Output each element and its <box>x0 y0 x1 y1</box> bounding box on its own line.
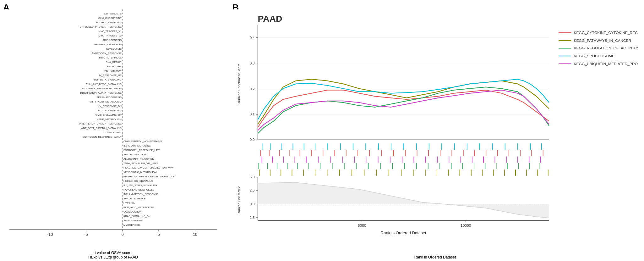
svg-rect-149 <box>492 143 493 150</box>
svg-text:-10: -10 <box>47 232 53 237</box>
svg-rect-220 <box>428 163 428 169</box>
svg-rect-243 <box>401 169 401 176</box>
svg-rect-137 <box>340 143 341 150</box>
svg-text:COMPLEMENT: COMPLEMENT <box>104 131 122 134</box>
svg-rect-197 <box>461 157 461 163</box>
svg-rect-254 <box>526 169 527 176</box>
svg-text:PROTEIN_SECRETION: PROTEIN_SECRETION <box>94 43 122 46</box>
svg-text:GLYCOLYSIS: GLYCOLYSIS <box>106 47 122 50</box>
svg-rect-164 <box>369 150 370 156</box>
svg-text:MYC_TARGETS_V2: MYC_TARGETS_V2 <box>98 34 122 37</box>
svg-rect-174 <box>486 150 486 156</box>
svg-rect-151 <box>517 143 518 150</box>
svg-rect-152 <box>530 143 531 150</box>
svg-text:5.0: 5.0 <box>250 175 254 179</box>
chart-a-container: -10 -5 0 5 10 E2F_TARGETSG2M_CHECKPOINTM… <box>3 9 223 242</box>
svg-rect-184 <box>306 157 307 163</box>
svg-rect-233 <box>281 169 281 176</box>
svg-rect-209 <box>297 163 298 169</box>
svg-text:OXIDATIVE_PHOSPHORYLATION: OXIDATIVE_PHOSPHORYLATION <box>82 87 122 90</box>
svg-rect-207 <box>277 163 277 169</box>
svg-text:HYPOXIA: HYPOXIA <box>123 202 135 204</box>
svg-rect-193 <box>413 157 414 163</box>
svg-rect-176 <box>509 150 509 156</box>
svg-text:UNFOLDED_PROTEIN_RESPONSE: UNFOLDED_PROTEIN_RESPONSE <box>80 25 122 28</box>
svg-rect-226 <box>496 163 497 169</box>
svg-rect-198 <box>472 157 472 163</box>
svg-rect-146 <box>454 143 455 150</box>
svg-rect-211 <box>320 163 320 169</box>
svg-rect-201 <box>506 157 507 163</box>
svg-rect-229 <box>529 163 530 169</box>
svg-rect-196 <box>449 157 449 163</box>
svg-rect-142 <box>403 143 404 150</box>
svg-rect-111 <box>232 9 638 242</box>
svg-rect-159 <box>311 150 312 156</box>
svg-text:KRAS_SIGNALING_DN: KRAS_SIGNALING_DN <box>123 215 150 218</box>
chart-b-svg: PAAD Running Enrichment Score 0.0 0.1 <box>232 9 638 242</box>
svg-text:5000: 5000 <box>358 223 366 228</box>
svg-rect-135 <box>315 143 315 150</box>
svg-text:KEGG_CYTOKINE_CYTOKINE_RECEPTO: KEGG_CYTOKINE_CYTOKINE_RECEPTOR_INTERACT… <box>574 31 638 35</box>
svg-rect-244 <box>413 169 413 176</box>
svg-rect-250 <box>482 169 483 176</box>
svg-rect-223 <box>462 163 463 169</box>
svg-rect-169 <box>428 150 429 156</box>
svg-rect-167 <box>405 150 406 156</box>
svg-rect-217 <box>392 163 393 169</box>
svg-text:G2M_CHECKPOINT: G2M_CHECKPOINT <box>98 17 122 19</box>
svg-text:0.3: 0.3 <box>250 61 254 65</box>
svg-text:EPITHELIAL_MESENCHYMAL_TRANSIT: EPITHELIAL_MESENCHYMAL_TRANSITION <box>123 175 175 178</box>
svg-rect-208 <box>287 163 287 169</box>
svg-text:SPERMATOGENESIS: SPERMATOGENESIS <box>96 96 122 99</box>
svg-rect-161 <box>335 150 335 156</box>
svg-text:IL2_STAT5_SIGNALING: IL2_STAT5_SIGNALING <box>123 144 151 147</box>
svg-text:-5: -5 <box>84 232 88 237</box>
svg-rect-246 <box>437 169 437 176</box>
svg-rect-205 <box>259 163 259 169</box>
svg-rect-133 <box>292 143 293 150</box>
svg-text:INTERFERON_GAMMA_RESPONSE: INTERFERON_GAMMA_RESPONSE <box>79 122 122 125</box>
svg-rect-150 <box>505 143 505 150</box>
svg-rect-172 <box>463 150 464 156</box>
svg-text:P53_PATHWAY: P53_PATHWAY <box>104 69 122 72</box>
svg-rect-181 <box>272 157 273 163</box>
svg-rect-190 <box>378 157 379 163</box>
svg-text:E2F_TARGETS: E2F_TARGETS <box>104 12 122 15</box>
svg-text:XENOBIOTIC_METABOLISM: XENOBIOTIC_METABOLISM <box>123 171 157 174</box>
svg-text:-2.5: -2.5 <box>248 216 254 219</box>
svg-text:MYOGENESIS: MYOGENESIS <box>123 224 140 226</box>
svg-text:ADIPOGENESIS: ADIPOGENESIS <box>103 39 122 42</box>
svg-rect-170 <box>440 150 440 156</box>
svg-rect-177 <box>520 150 521 156</box>
svg-rect-154 <box>260 150 261 156</box>
svg-text:0.4: 0.4 <box>250 36 254 40</box>
svg-rect-139 <box>365 143 366 150</box>
svg-rect-240 <box>364 169 364 176</box>
svg-rect-225 <box>485 163 485 169</box>
svg-text:0: 0 <box>121 232 123 237</box>
svg-text:ESTROGEN_RESPONSE_EARLY: ESTROGEN_RESPONSE_EARLY <box>83 136 122 138</box>
svg-rect-144 <box>429 143 429 150</box>
svg-rect-191 <box>390 157 390 163</box>
svg-rect-136 <box>327 143 328 150</box>
svg-rect-214 <box>356 163 357 169</box>
svg-text:CHOLESTEROL_HOMEOSTASIS: CHOLESTEROL_HOMEOSTASIS <box>123 140 162 143</box>
chart-b-container: PAAD Running Enrichment Score 0.0 0.1 <box>232 9 638 242</box>
svg-rect-203 <box>529 157 529 163</box>
svg-rect-242 <box>389 169 389 176</box>
svg-text:0.2: 0.2 <box>250 87 254 91</box>
svg-text:10: 10 <box>193 232 197 237</box>
svg-rect-238 <box>339 169 340 176</box>
svg-rect-247 <box>448 169 449 176</box>
svg-rect-143 <box>416 143 417 150</box>
svg-text:Running Enrichment Score: Running Enrichment Score <box>237 64 241 104</box>
svg-rect-195 <box>437 157 438 163</box>
svg-rect-236 <box>315 169 315 176</box>
svg-rect-204 <box>540 157 541 163</box>
svg-rect-158 <box>300 150 300 156</box>
svg-rect-227 <box>507 163 508 169</box>
svg-rect-140 <box>378 143 379 150</box>
svg-rect-160 <box>323 150 323 156</box>
svg-rect-175 <box>497 150 498 156</box>
